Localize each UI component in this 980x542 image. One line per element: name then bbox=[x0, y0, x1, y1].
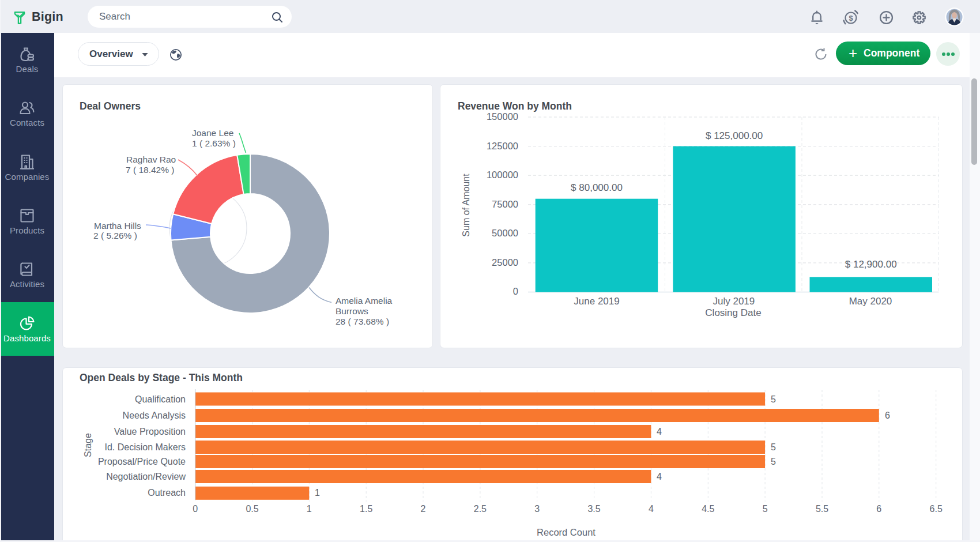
svg-text:4: 4 bbox=[657, 472, 662, 481]
svg-text:Id. Decision Makers: Id. Decision Makers bbox=[105, 442, 186, 452]
svg-text:2.5: 2.5 bbox=[474, 504, 487, 514]
svg-text:5: 5 bbox=[771, 394, 776, 404]
svg-text:5: 5 bbox=[771, 457, 776, 466]
svg-text:Value Proposition: Value Proposition bbox=[114, 427, 186, 436]
svg-text:Burrows: Burrows bbox=[336, 306, 368, 316]
svg-text:6: 6 bbox=[885, 411, 890, 420]
svg-text:100000: 100000 bbox=[487, 170, 518, 180]
svg-text:3.5: 3.5 bbox=[587, 504, 600, 514]
svg-text:Stage: Stage bbox=[83, 433, 93, 457]
svg-text:Needs Analysis: Needs Analysis bbox=[123, 411, 186, 420]
svg-text:4: 4 bbox=[649, 504, 654, 514]
svg-text:3: 3 bbox=[534, 504, 540, 514]
svg-text:0: 0 bbox=[513, 286, 518, 296]
svg-text:4.5: 4.5 bbox=[702, 504, 714, 514]
svg-text:June 2019: June 2019 bbox=[574, 296, 619, 307]
svg-text:5: 5 bbox=[763, 504, 768, 514]
svg-text:4: 4 bbox=[657, 427, 662, 436]
svg-text:Raghav Rao: Raghav Rao bbox=[126, 155, 176, 164]
svg-text:July 2019: July 2019 bbox=[713, 296, 755, 307]
svg-text:2 ( 5.26% ): 2 ( 5.26% ) bbox=[93, 231, 137, 240]
svg-text:Martha Hills: Martha Hills bbox=[94, 221, 141, 231]
svg-text:6: 6 bbox=[876, 504, 881, 514]
svg-text:Outreach: Outreach bbox=[148, 488, 186, 498]
svg-text:Negotiation/Review: Negotiation/Review bbox=[106, 472, 186, 481]
svg-text:1: 1 bbox=[307, 504, 312, 514]
svg-text:125000: 125000 bbox=[487, 141, 518, 151]
svg-text:$ 80,000.00: $ 80,000.00 bbox=[571, 182, 623, 193]
svg-text:75000: 75000 bbox=[492, 199, 518, 209]
svg-text:Amelia Amelia: Amelia Amelia bbox=[336, 296, 393, 306]
svg-text:6.5: 6.5 bbox=[930, 504, 943, 514]
svg-text:1.5: 1.5 bbox=[360, 504, 372, 514]
svg-text:0: 0 bbox=[193, 504, 198, 514]
svg-text:May 2020: May 2020 bbox=[849, 296, 892, 307]
svg-text:50000: 50000 bbox=[492, 228, 518, 238]
svg-text:Closing Date: Closing Date bbox=[705, 307, 761, 318]
svg-text:7 ( 18.42% ): 7 ( 18.42% ) bbox=[126, 165, 174, 175]
svg-text:$ 125,000.00: $ 125,000.00 bbox=[706, 130, 763, 141]
svg-text:1: 1 bbox=[315, 488, 320, 498]
svg-text:1 ( 2.63% ): 1 ( 2.63% ) bbox=[192, 138, 236, 148]
svg-text:150000: 150000 bbox=[487, 111, 518, 122]
svg-text:Revenue Won by Month: Revenue Won by Month bbox=[458, 100, 572, 112]
svg-text:Qualification: Qualification bbox=[135, 394, 186, 404]
svg-text:Sum of Amount: Sum of Amount bbox=[461, 174, 471, 237]
svg-text:25000: 25000 bbox=[492, 257, 518, 268]
svg-text:Deal Owners: Deal Owners bbox=[80, 100, 141, 112]
svg-text:Joane Lee: Joane Lee bbox=[192, 128, 233, 138]
svg-text:$: $ bbox=[849, 14, 853, 22]
svg-text:2: 2 bbox=[421, 504, 426, 514]
svg-text:$ 12,900.00: $ 12,900.00 bbox=[845, 259, 897, 270]
svg-text:Record Count: Record Count bbox=[537, 527, 595, 537]
svg-text:0.5: 0.5 bbox=[246, 504, 258, 514]
svg-text:Open Deals by Stage - This Mon: Open Deals by Stage - This Month bbox=[80, 372, 243, 383]
svg-text:28 ( 73.68% ): 28 ( 73.68% ) bbox=[336, 317, 389, 326]
svg-text:5: 5 bbox=[771, 442, 776, 452]
svg-text:5.5: 5.5 bbox=[816, 504, 828, 514]
svg-text:Proposal/Price Quote: Proposal/Price Quote bbox=[98, 457, 186, 466]
